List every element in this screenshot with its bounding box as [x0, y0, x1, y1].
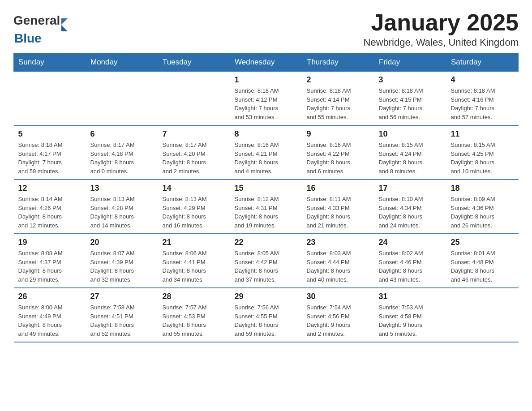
day-number: 4: [451, 75, 514, 85]
day-number: 18: [451, 184, 514, 193]
logo-general: General: [13, 13, 60, 28]
week-row-4: 19Sunrise: 8:08 AM Sunset: 4:37 PM Dayli…: [14, 234, 519, 288]
calendar-cell: 19Sunrise: 8:08 AM Sunset: 4:37 PM Dayli…: [14, 234, 86, 288]
day-number: 21: [163, 238, 226, 247]
day-number: 24: [379, 238, 442, 247]
week-row-5: 26Sunrise: 8:00 AM Sunset: 4:49 PM Dayli…: [14, 288, 519, 342]
calendar-cell: 31Sunrise: 7:53 AM Sunset: 4:58 PM Dayli…: [374, 288, 446, 342]
calendar-cell: 11Sunrise: 8:15 AM Sunset: 4:25 PM Dayli…: [446, 125, 519, 180]
calendar-cell: 23Sunrise: 8:03 AM Sunset: 4:44 PM Dayli…: [302, 234, 374, 288]
day-number: 2: [307, 75, 370, 85]
day-info: Sunrise: 8:18 AM Sunset: 4:17 PM Dayligh…: [18, 141, 82, 176]
day-number: 16: [307, 184, 370, 193]
day-info: Sunrise: 8:16 AM Sunset: 4:21 PM Dayligh…: [235, 141, 298, 176]
day-number: 25: [451, 238, 514, 247]
day-number: 5: [18, 129, 82, 139]
calendar-cell: 30Sunrise: 7:54 AM Sunset: 4:56 PM Dayli…: [302, 288, 374, 342]
logo: General Blue: [13, 13, 68, 46]
day-number: 7: [163, 129, 226, 139]
calendar-cell: 9Sunrise: 8:16 AM Sunset: 4:22 PM Daylig…: [302, 125, 374, 180]
day-info: Sunrise: 8:18 AM Sunset: 4:14 PM Dayligh…: [307, 86, 370, 121]
day-info: Sunrise: 8:01 AM Sunset: 4:48 PM Dayligh…: [451, 249, 514, 284]
day-info: Sunrise: 8:13 AM Sunset: 4:28 PM Dayligh…: [90, 195, 154, 230]
calendar-cell: 22Sunrise: 8:05 AM Sunset: 4:42 PM Dayli…: [230, 234, 302, 288]
calendar-cell: 16Sunrise: 8:11 AM Sunset: 4:33 PM Dayli…: [302, 180, 374, 234]
page-title: January 2025: [364, 9, 519, 36]
day-number: 20: [90, 238, 154, 247]
calendar-cell: 29Sunrise: 7:56 AM Sunset: 4:55 PM Dayli…: [230, 288, 302, 342]
day-number: 11: [451, 129, 514, 139]
header-day-monday: Monday: [86, 53, 158, 72]
week-row-3: 12Sunrise: 8:14 AM Sunset: 4:26 PM Dayli…: [14, 180, 519, 234]
calendar-table: SundayMondayTuesdayWednesdayThursdayFrid…: [13, 53, 519, 342]
day-info: Sunrise: 8:15 AM Sunset: 4:24 PM Dayligh…: [379, 141, 442, 176]
day-info: Sunrise: 8:18 AM Sunset: 4:12 PM Dayligh…: [235, 86, 298, 121]
day-info: Sunrise: 8:10 AM Sunset: 4:34 PM Dayligh…: [379, 195, 442, 230]
calendar-body: 1Sunrise: 8:18 AM Sunset: 4:12 PM Daylig…: [14, 72, 519, 342]
day-number: 17: [379, 184, 442, 193]
day-info: Sunrise: 8:02 AM Sunset: 4:46 PM Dayligh…: [379, 249, 442, 284]
title-block: January 2025 Newbridge, Wales, United Ki…: [364, 9, 519, 48]
day-number: 1: [235, 75, 298, 85]
calendar-cell: 10Sunrise: 8:15 AM Sunset: 4:24 PM Dayli…: [374, 125, 446, 180]
calendar-cell: 24Sunrise: 8:02 AM Sunset: 4:46 PM Dayli…: [374, 234, 446, 288]
day-number: 8: [235, 129, 298, 139]
calendar-cell: [446, 288, 519, 342]
calendar-header: SundayMondayTuesdayWednesdayThursdayFrid…: [14, 53, 519, 72]
calendar-cell: 15Sunrise: 8:12 AM Sunset: 4:31 PM Dayli…: [230, 180, 302, 234]
day-number: 3: [379, 75, 442, 85]
day-number: 27: [90, 292, 154, 301]
day-info: Sunrise: 8:14 AM Sunset: 4:26 PM Dayligh…: [18, 195, 82, 230]
day-info: Sunrise: 7:57 AM Sunset: 4:53 PM Dayligh…: [163, 303, 226, 338]
calendar-cell: 25Sunrise: 8:01 AM Sunset: 4:48 PM Dayli…: [446, 234, 519, 288]
calendar-cell: 26Sunrise: 8:00 AM Sunset: 4:49 PM Dayli…: [14, 288, 86, 342]
day-info: Sunrise: 8:12 AM Sunset: 4:31 PM Dayligh…: [235, 195, 298, 230]
calendar-cell: 28Sunrise: 7:57 AM Sunset: 4:53 PM Dayli…: [158, 288, 230, 342]
calendar-cell: [158, 72, 230, 126]
calendar-cell: 18Sunrise: 8:09 AM Sunset: 4:36 PM Dayli…: [446, 180, 519, 234]
header-day-tuesday: Tuesday: [158, 53, 230, 72]
header-day-wednesday: Wednesday: [230, 53, 302, 72]
day-number: 14: [163, 184, 226, 193]
calendar-cell: 5Sunrise: 8:18 AM Sunset: 4:17 PM Daylig…: [14, 125, 86, 180]
day-info: Sunrise: 8:13 AM Sunset: 4:29 PM Dayligh…: [163, 195, 226, 230]
header-row: SundayMondayTuesdayWednesdayThursdayFrid…: [14, 53, 519, 72]
header-day-thursday: Thursday: [302, 53, 374, 72]
calendar-cell: 7Sunrise: 8:17 AM Sunset: 4:20 PM Daylig…: [158, 125, 230, 180]
day-number: 23: [307, 238, 370, 247]
day-info: Sunrise: 8:05 AM Sunset: 4:42 PM Dayligh…: [235, 249, 298, 284]
calendar-cell: 17Sunrise: 8:10 AM Sunset: 4:34 PM Dayli…: [374, 180, 446, 234]
day-number: 15: [235, 184, 298, 193]
page-header: General Blue January 2025 Newbridge, Wal…: [13, 9, 519, 48]
day-info: Sunrise: 7:54 AM Sunset: 4:56 PM Dayligh…: [307, 303, 370, 338]
day-info: Sunrise: 8:06 AM Sunset: 4:41 PM Dayligh…: [163, 249, 226, 284]
calendar-cell: 12Sunrise: 8:14 AM Sunset: 4:26 PM Dayli…: [14, 180, 86, 234]
logo-blue: Blue: [14, 31, 42, 46]
day-number: 29: [235, 292, 298, 301]
day-info: Sunrise: 8:18 AM Sunset: 4:16 PM Dayligh…: [451, 86, 514, 121]
day-info: Sunrise: 8:15 AM Sunset: 4:25 PM Dayligh…: [451, 141, 514, 176]
day-info: Sunrise: 7:56 AM Sunset: 4:55 PM Dayligh…: [235, 303, 298, 338]
header-day-friday: Friday: [374, 53, 446, 72]
day-info: Sunrise: 8:17 AM Sunset: 4:20 PM Dayligh…: [163, 141, 226, 176]
calendar-cell: 6Sunrise: 8:17 AM Sunset: 4:18 PM Daylig…: [86, 125, 158, 180]
calendar-cell: 14Sunrise: 8:13 AM Sunset: 4:29 PM Dayli…: [158, 180, 230, 234]
calendar-cell: [86, 72, 158, 126]
day-info: Sunrise: 8:09 AM Sunset: 4:36 PM Dayligh…: [451, 195, 514, 230]
week-row-2: 5Sunrise: 8:18 AM Sunset: 4:17 PM Daylig…: [14, 125, 519, 180]
calendar-cell: [14, 72, 86, 126]
day-number: 26: [18, 292, 82, 301]
calendar-cell: 4Sunrise: 8:18 AM Sunset: 4:16 PM Daylig…: [446, 72, 519, 126]
day-info: Sunrise: 7:58 AM Sunset: 4:51 PM Dayligh…: [90, 303, 154, 338]
week-row-1: 1Sunrise: 8:18 AM Sunset: 4:12 PM Daylig…: [14, 72, 519, 126]
day-number: 9: [307, 129, 370, 139]
day-number: 22: [235, 238, 298, 247]
calendar-cell: 20Sunrise: 8:07 AM Sunset: 4:39 PM Dayli…: [86, 234, 158, 288]
calendar-cell: 21Sunrise: 8:06 AM Sunset: 4:41 PM Dayli…: [158, 234, 230, 288]
calendar-cell: 2Sunrise: 8:18 AM Sunset: 4:14 PM Daylig…: [302, 72, 374, 126]
header-day-saturday: Saturday: [446, 53, 519, 72]
page-subtitle: Newbridge, Wales, United Kingdom: [364, 37, 519, 48]
header-day-sunday: Sunday: [14, 53, 86, 72]
day-info: Sunrise: 8:07 AM Sunset: 4:39 PM Dayligh…: [90, 249, 154, 284]
day-info: Sunrise: 8:08 AM Sunset: 4:37 PM Dayligh…: [18, 249, 82, 284]
